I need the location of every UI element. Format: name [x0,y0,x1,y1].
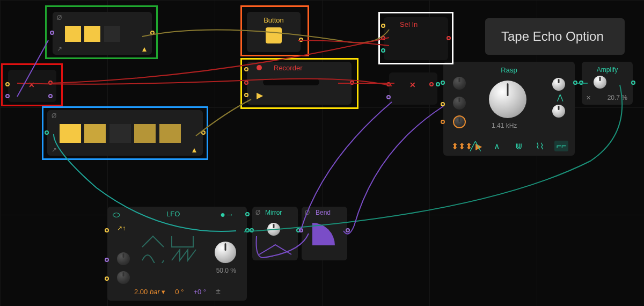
recorder-node[interactable]: Recorder ▶ [247,62,352,105]
selector-node-left[interactable]: ✕ [8,70,56,102]
amplify-label: Amplify [586,66,628,74]
rasp-knob-3[interactable] [453,115,466,128]
lfo-node[interactable]: ⬭ LFO ●→ ↗↑ 50.0 % 2.00 bar ▾ 0 ° +0 ° ± [107,207,247,301]
seq-step[interactable] [159,124,181,143]
phase-icon: Ø [305,209,310,216]
lfo-phase-b[interactable]: +0 ° [193,288,206,296]
sequencer-1[interactable]: Ø ↗ [53,12,152,55]
close-icon[interactable]: ✕ [586,94,591,101]
lfo-label: LFO [166,210,180,218]
seq-step[interactable] [84,26,100,42]
seq-step[interactable] [104,26,120,42]
link-icon[interactable]: ⬭ [113,210,120,220]
amplify-knob[interactable] [594,76,606,89]
popout-icon[interactable]: ↗ [57,45,62,53]
lfo-rate-value: 2.00 bar ▾ [134,288,165,296]
rasp-knob-r1[interactable] [552,78,565,91]
bandpass-icon[interactable]: ∧ [490,141,504,151]
sequencer-2[interactable]: Ø ↗ [47,110,203,156]
bend-shape-icon [312,223,335,245]
recorder-track[interactable] [263,79,319,85]
title-text: Tape Echo Option [501,29,604,43]
mirror-shape-icon [257,244,294,257]
mirror-label: Mirror [265,209,282,216]
lowpass-icon[interactable]: ╱╲ [469,141,482,151]
highpass-icon[interactable]: ⌐⌐ [554,141,568,151]
phase-icon: Ø [52,112,56,120]
slope-icon: ⋀ [557,93,563,101]
button-label: Button [251,16,296,24]
sel-in-label: Sel In [400,20,418,28]
mirror-knob[interactable] [267,223,280,236]
lfo-amount-knob[interactable] [215,242,236,263]
phase-icon: Ø [255,209,260,216]
record-icon[interactable] [257,65,262,70]
title-panel: Tape Echo Option [485,18,625,55]
arrow-up-icon [142,47,147,52]
mirror-node[interactable]: Ø Mirror [252,207,298,260]
rasp-main-knob[interactable] [489,81,526,118]
rasp-label: Rasp [448,66,570,74]
output-icon[interactable]: ●→ [220,210,234,220]
bend-label: Bend [316,209,331,216]
lfo-amount-value: 50.0 % [216,267,236,274]
amplify-node[interactable]: Amplify ✕ 20.7 % [582,62,633,105]
close-icon: ✕ [409,81,416,89]
lfo-waveforms[interactable] [140,234,204,263]
lfo-phase-a[interactable]: 0 ° [175,288,184,296]
rasp-knob-1[interactable] [453,77,466,90]
seq-step[interactable] [60,124,81,143]
arrow-up-icon [192,148,196,152]
notch-icon[interactable]: ⋓ [511,141,525,151]
popout-icon[interactable]: ↗ [52,146,57,154]
sync-icon[interactable]: ↗↑ [117,224,126,232]
seq-step[interactable] [134,124,156,143]
bend-node[interactable]: Ø Bend [302,207,347,260]
close-icon: ✕ [28,81,35,89]
seq-step[interactable] [109,124,131,143]
lfo-knob-sm[interactable] [117,252,130,265]
rasp-knob-r2[interactable] [552,105,565,118]
amplify-value: 20.7 % [608,94,627,101]
button-node[interactable]: Button [247,12,301,52]
recorder-label: Recorder [274,64,302,72]
seq-step[interactable] [84,124,106,143]
rasp-freq-value: 1.41 kHz [492,122,517,129]
selector-node-right[interactable]: ✕ [389,72,437,105]
rasp-knob-2[interactable] [453,97,466,110]
lfo-knob-sm2[interactable] [117,271,130,284]
button-toggle[interactable] [266,27,282,43]
play-icon[interactable]: ▶ [257,90,263,100]
plus-minus-icon[interactable]: ± [216,287,221,296]
seq-step[interactable] [65,26,81,42]
rasp-node[interactable]: Rasp 1.41 kHz ⋀ ⬍⬍⬍ ▶ ╱╲ ∧ ⋓ ⌇⌇ ⌐⌐ [443,62,575,156]
sel-in-node[interactable]: Sel In [384,17,448,60]
comb-icon[interactable]: ⌇⌇ [533,141,547,151]
phase-icon: Ø [57,14,62,21]
